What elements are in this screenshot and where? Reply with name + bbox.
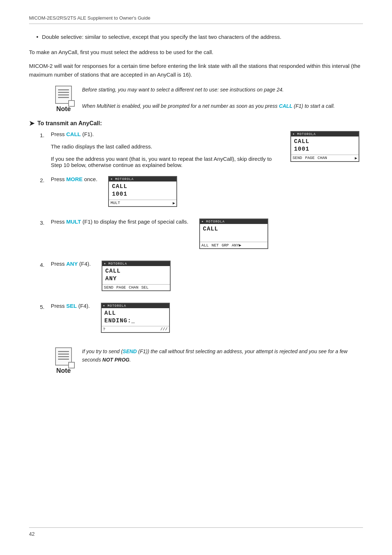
step-1-suffix: (F1). (81, 131, 94, 137)
step-2-display: ✶ MOTOROLA CALL 1001 MULT ▶ (108, 176, 181, 211)
step-4-content: Press ANY (F4). ✶ MOTOROLA CALL ANY SEND… (51, 261, 174, 295)
display-line-2-1: CALL (112, 183, 173, 191)
display-line-1-2: 1001 (294, 146, 356, 153)
softkey-2-mult: MULT (110, 201, 120, 205)
note-icon-1: Note (51, 86, 76, 113)
display-softkeys-3: ALL NET GRP ANY▶ (200, 242, 268, 248)
step-5-display: ✶ MOTOROLA ALL ENDING:_ ? /// (101, 303, 173, 337)
step-2-text: Press MORE once. (51, 176, 97, 182)
note-call-keyword: CALL (279, 103, 292, 109)
display-softkeys-5: ? /// (102, 326, 169, 332)
softkey-4-chan: CHAN (129, 285, 138, 290)
doc-ear (68, 100, 75, 107)
display-header-2: ✶ MOTOROLA (109, 177, 176, 181)
display-softkeys-4: SEND PAGE CHAN SEL (102, 284, 170, 290)
softkey-3-net: NET (212, 243, 219, 248)
softkey-1-page: PAGE (305, 156, 314, 160)
softkey-1-arrow: ▶ (355, 156, 357, 160)
step-1-content: Press CALL (F1). The radio displays the … (51, 131, 363, 168)
body-para-1: To make an AnyCall, first you must selec… (29, 48, 363, 57)
note-block-1: Note Before starting, you may want to se… (51, 86, 363, 113)
display-softkeys-2: MULT ▶ (109, 200, 176, 206)
header-text: MICOM-2ES/2RS/2TS ALE Supplement to Owne… (29, 15, 150, 21)
step-4-suffix: (F4). (78, 261, 91, 267)
note2-keyword2: NOT PROG (102, 357, 130, 363)
step-3-text: Press MULT (F1) to display the first pag… (51, 219, 188, 225)
display-line-1-1: CALL (294, 138, 356, 146)
softkey-4-send: SEND (104, 285, 113, 290)
step-4-label: Press (51, 261, 66, 267)
step-5-number: 5. (40, 303, 51, 311)
step-4-keyword: ANY (66, 261, 78, 267)
display-header-5: ✶ MOTOROLA (102, 303, 169, 308)
radio-display-5: ✶ MOTOROLA ALL ENDING:_ ? /// (101, 303, 170, 333)
bullet-text: Double selective: similar to selective, … (42, 33, 281, 41)
step-3-keyword: MULT (66, 219, 81, 225)
note-line2-pre: When MultiNet is enabled, you will be pr… (82, 103, 279, 109)
display-body-5: ALL ENDING:_ (102, 308, 169, 326)
softkey-2-arrow: ▶ (173, 201, 175, 205)
softkey-1-chan: CHAN (318, 156, 327, 160)
display-line-3-1: CALL (203, 225, 265, 233)
step-1: 1. Press CALL (F1). The radio displays t… (40, 131, 363, 168)
step-2-content: Press MORE once. ✶ MOTOROLA CALL 1001 MU… (51, 176, 181, 211)
step-3-label: Press (51, 219, 66, 225)
softkey-5-q: ? (103, 327, 106, 331)
note-block-2: Note If you try to send (SEND (F1)) the … (51, 347, 363, 375)
step-1-subtext: The radio displays the last called addre… (51, 143, 152, 150)
step-2-keyword: MORE (66, 176, 83, 182)
note-text-1: Before starting, you may want to select … (82, 86, 335, 110)
step-1-subtext2: If you see the address you want (that is… (51, 156, 272, 168)
page-number: 42 (29, 531, 35, 537)
section-heading: ➤ To transmit an AnyCall: (29, 119, 363, 127)
step-2-label: Press (51, 176, 66, 182)
step-1-text: Press CALL (F1). The radio displays the … (51, 131, 279, 168)
softkey-3-all: ALL (201, 243, 209, 248)
steps: 1. Press CALL (F1). The radio displays t… (40, 131, 363, 336)
step-4: 4. Press ANY (F4). ✶ MOTOROLA CALL ANY S… (40, 261, 363, 295)
display-header-1: ✶ MOTOROLA (291, 132, 359, 136)
softkey-1-send: SEND (293, 156, 302, 160)
arrow-icon: ➤ (29, 119, 34, 127)
softkey-3-any: ANY▶ (232, 243, 241, 248)
bullet-item: • Double selective: similar to selective… (36, 33, 363, 41)
display-softkeys-1: SEND PAGE CHAN ▶ (291, 155, 359, 161)
footer: 42 (29, 527, 363, 537)
step-1-keyword: CALL (66, 131, 81, 137)
note2-keyword1: SEND (123, 348, 137, 354)
step-1-display: ✶ MOTOROLA CALL 1001 SEND PAGE CHAN ▶ (290, 131, 363, 166)
step-4-number: 4. (40, 261, 51, 269)
step-4-display: ✶ MOTOROLA CALL ANY SEND PAGE CHAN SEL (102, 261, 174, 295)
note-text-2: If you try to send (SEND (F1)) the call … (82, 347, 363, 364)
document-icon (55, 86, 72, 104)
step-3-display: ✶ MOTOROLA CALL ALL NET GRP ANY▶ (199, 219, 272, 253)
step-3: 3. Press MULT (F1) to display the first … (40, 219, 363, 253)
softkey-4-page: PAGE (116, 285, 126, 290)
step-2-number: 2. (40, 176, 51, 185)
step-4-text: Press ANY (F4). (51, 261, 91, 267)
note-line2-end: (F1) to start a call. (293, 103, 335, 109)
display-body-2: CALL 1001 (109, 181, 176, 200)
section-heading-text: To transmit an AnyCall: (37, 120, 102, 127)
step-3-number: 3. (40, 219, 51, 227)
step-2-suffix: once. (83, 176, 98, 182)
step-1-label: Press (51, 131, 66, 137)
step-5-keyword: SEL (66, 303, 77, 309)
radio-display-2: ✶ MOTOROLA CALL 1001 MULT ▶ (108, 176, 177, 207)
display-line-4-2: ANY (105, 275, 167, 283)
step-5-content: Press SEL (F4). ✶ MOTOROLA ALL ENDING:_ … (51, 303, 173, 337)
display-body-3: CALL (200, 224, 268, 242)
note2-text1: If you try to send ( (82, 348, 123, 354)
radio-display-1: ✶ MOTOROLA CALL 1001 SEND PAGE CHAN ▶ (290, 131, 359, 162)
header: MICOM-2ES/2RS/2TS ALE Supplement to Owne… (29, 15, 363, 24)
body-para-2: MICOM-2 will wait for responses for a ce… (29, 62, 363, 79)
display-line-4-1: CALL (105, 268, 167, 275)
note-icon-2: Note (51, 347, 76, 375)
display-body-4: CALL ANY (102, 266, 170, 284)
step-5-text: Press SEL (F4). (51, 303, 90, 309)
display-line-5-1: ALL (105, 310, 166, 317)
step-5: 5. Press SEL (F4). ✶ MOTOROLA ALL ENDING… (40, 303, 363, 337)
doc-ear-2 (68, 362, 75, 368)
display-line-2-2: 1001 (112, 191, 173, 198)
display-line-5-2: ENDING:_ (105, 317, 166, 325)
